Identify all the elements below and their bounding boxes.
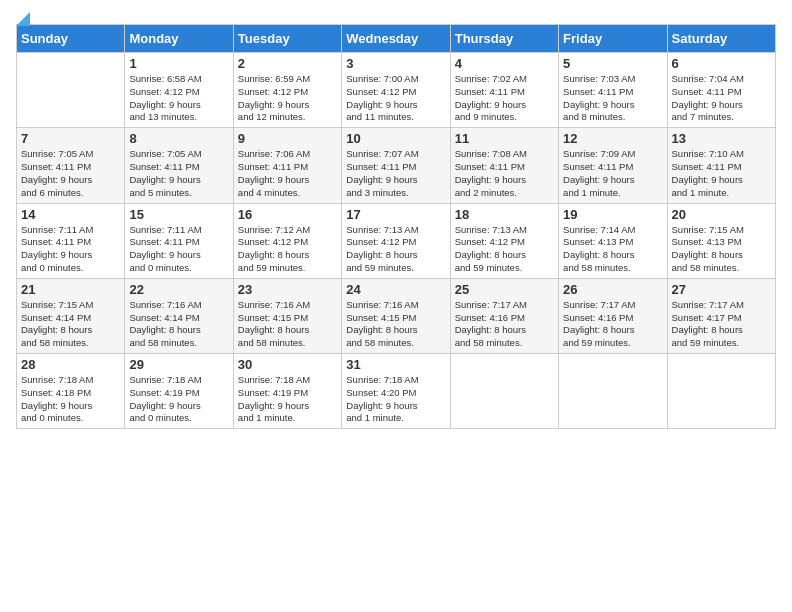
day-info: Sunrise: 7:08 AM Sunset: 4:11 PM Dayligh… [455, 148, 554, 199]
day-info: Sunrise: 7:00 AM Sunset: 4:12 PM Dayligh… [346, 73, 445, 124]
calendar-cell: 25Sunrise: 7:17 AM Sunset: 4:16 PM Dayli… [450, 278, 558, 353]
calendar-cell: 1Sunrise: 6:58 AM Sunset: 4:12 PM Daylig… [125, 53, 233, 128]
calendar-cell: 24Sunrise: 7:16 AM Sunset: 4:15 PM Dayli… [342, 278, 450, 353]
day-info: Sunrise: 6:59 AM Sunset: 4:12 PM Dayligh… [238, 73, 337, 124]
day-number: 28 [21, 357, 120, 372]
day-info: Sunrise: 7:11 AM Sunset: 4:11 PM Dayligh… [129, 224, 228, 275]
calendar-cell: 16Sunrise: 7:12 AM Sunset: 4:12 PM Dayli… [233, 203, 341, 278]
day-number: 18 [455, 207, 554, 222]
calendar-cell [559, 354, 667, 429]
calendar-cell: 17Sunrise: 7:13 AM Sunset: 4:12 PM Dayli… [342, 203, 450, 278]
calendar-cell: 13Sunrise: 7:10 AM Sunset: 4:11 PM Dayli… [667, 128, 775, 203]
day-info: Sunrise: 7:18 AM Sunset: 4:20 PM Dayligh… [346, 374, 445, 425]
day-number: 11 [455, 131, 554, 146]
day-info: Sunrise: 7:05 AM Sunset: 4:11 PM Dayligh… [129, 148, 228, 199]
svg-marker-0 [16, 12, 30, 26]
calendar-cell [667, 354, 775, 429]
calendar-cell: 19Sunrise: 7:14 AM Sunset: 4:13 PM Dayli… [559, 203, 667, 278]
calendar-cell: 18Sunrise: 7:13 AM Sunset: 4:12 PM Dayli… [450, 203, 558, 278]
day-number: 9 [238, 131, 337, 146]
day-info: Sunrise: 7:18 AM Sunset: 4:19 PM Dayligh… [238, 374, 337, 425]
week-row-4: 21Sunrise: 7:15 AM Sunset: 4:14 PM Dayli… [17, 278, 776, 353]
col-header-thursday: Thursday [450, 25, 558, 53]
calendar-cell: 21Sunrise: 7:15 AM Sunset: 4:14 PM Dayli… [17, 278, 125, 353]
calendar-cell: 4Sunrise: 7:02 AM Sunset: 4:11 PM Daylig… [450, 53, 558, 128]
week-row-1: 1Sunrise: 6:58 AM Sunset: 4:12 PM Daylig… [17, 53, 776, 128]
day-number: 5 [563, 56, 662, 71]
calendar-cell: 2Sunrise: 6:59 AM Sunset: 4:12 PM Daylig… [233, 53, 341, 128]
day-info: Sunrise: 7:12 AM Sunset: 4:12 PM Dayligh… [238, 224, 337, 275]
day-number: 22 [129, 282, 228, 297]
calendar-cell: 26Sunrise: 7:17 AM Sunset: 4:16 PM Dayli… [559, 278, 667, 353]
col-header-saturday: Saturday [667, 25, 775, 53]
day-info: Sunrise: 7:13 AM Sunset: 4:12 PM Dayligh… [455, 224, 554, 275]
calendar-cell: 27Sunrise: 7:17 AM Sunset: 4:17 PM Dayli… [667, 278, 775, 353]
day-info: Sunrise: 7:04 AM Sunset: 4:11 PM Dayligh… [672, 73, 771, 124]
calendar-cell: 20Sunrise: 7:15 AM Sunset: 4:13 PM Dayli… [667, 203, 775, 278]
calendar-cell: 15Sunrise: 7:11 AM Sunset: 4:11 PM Dayli… [125, 203, 233, 278]
day-info: Sunrise: 6:58 AM Sunset: 4:12 PM Dayligh… [129, 73, 228, 124]
calendar-cell: 3Sunrise: 7:00 AM Sunset: 4:12 PM Daylig… [342, 53, 450, 128]
day-info: Sunrise: 7:17 AM Sunset: 4:16 PM Dayligh… [455, 299, 554, 350]
day-info: Sunrise: 7:05 AM Sunset: 4:11 PM Dayligh… [21, 148, 120, 199]
day-info: Sunrise: 7:17 AM Sunset: 4:17 PM Dayligh… [672, 299, 771, 350]
calendar-cell: 8Sunrise: 7:05 AM Sunset: 4:11 PM Daylig… [125, 128, 233, 203]
col-header-friday: Friday [559, 25, 667, 53]
day-number: 24 [346, 282, 445, 297]
day-info: Sunrise: 7:03 AM Sunset: 4:11 PM Dayligh… [563, 73, 662, 124]
day-number: 2 [238, 56, 337, 71]
day-number: 1 [129, 56, 228, 71]
day-info: Sunrise: 7:14 AM Sunset: 4:13 PM Dayligh… [563, 224, 662, 275]
day-info: Sunrise: 7:02 AM Sunset: 4:11 PM Dayligh… [455, 73, 554, 124]
day-info: Sunrise: 7:13 AM Sunset: 4:12 PM Dayligh… [346, 224, 445, 275]
day-info: Sunrise: 7:16 AM Sunset: 4:14 PM Dayligh… [129, 299, 228, 350]
calendar-header-row: SundayMondayTuesdayWednesdayThursdayFrid… [17, 25, 776, 53]
day-number: 26 [563, 282, 662, 297]
day-info: Sunrise: 7:16 AM Sunset: 4:15 PM Dayligh… [238, 299, 337, 350]
day-number: 15 [129, 207, 228, 222]
day-number: 25 [455, 282, 554, 297]
calendar-table: SundayMondayTuesdayWednesdayThursdayFrid… [16, 24, 776, 429]
day-number: 21 [21, 282, 120, 297]
calendar-cell: 28Sunrise: 7:18 AM Sunset: 4:18 PM Dayli… [17, 354, 125, 429]
day-info: Sunrise: 7:15 AM Sunset: 4:13 PM Dayligh… [672, 224, 771, 275]
day-info: Sunrise: 7:18 AM Sunset: 4:19 PM Dayligh… [129, 374, 228, 425]
day-number: 13 [672, 131, 771, 146]
day-number: 14 [21, 207, 120, 222]
calendar-cell: 30Sunrise: 7:18 AM Sunset: 4:19 PM Dayli… [233, 354, 341, 429]
calendar-cell: 23Sunrise: 7:16 AM Sunset: 4:15 PM Dayli… [233, 278, 341, 353]
day-number: 10 [346, 131, 445, 146]
day-info: Sunrise: 7:11 AM Sunset: 4:11 PM Dayligh… [21, 224, 120, 275]
calendar-cell: 7Sunrise: 7:05 AM Sunset: 4:11 PM Daylig… [17, 128, 125, 203]
calendar-cell [450, 354, 558, 429]
day-number: 12 [563, 131, 662, 146]
day-info: Sunrise: 7:09 AM Sunset: 4:11 PM Dayligh… [563, 148, 662, 199]
calendar-cell: 29Sunrise: 7:18 AM Sunset: 4:19 PM Dayli… [125, 354, 233, 429]
day-number: 16 [238, 207, 337, 222]
calendar-cell: 11Sunrise: 7:08 AM Sunset: 4:11 PM Dayli… [450, 128, 558, 203]
calendar-cell: 14Sunrise: 7:11 AM Sunset: 4:11 PM Dayli… [17, 203, 125, 278]
day-number: 7 [21, 131, 120, 146]
calendar-cell: 9Sunrise: 7:06 AM Sunset: 4:11 PM Daylig… [233, 128, 341, 203]
col-header-tuesday: Tuesday [233, 25, 341, 53]
calendar-cell: 31Sunrise: 7:18 AM Sunset: 4:20 PM Dayli… [342, 354, 450, 429]
day-number: 30 [238, 357, 337, 372]
week-row-5: 28Sunrise: 7:18 AM Sunset: 4:18 PM Dayli… [17, 354, 776, 429]
week-row-3: 14Sunrise: 7:11 AM Sunset: 4:11 PM Dayli… [17, 203, 776, 278]
day-info: Sunrise: 7:06 AM Sunset: 4:11 PM Dayligh… [238, 148, 337, 199]
col-header-sunday: Sunday [17, 25, 125, 53]
calendar-cell: 22Sunrise: 7:16 AM Sunset: 4:14 PM Dayli… [125, 278, 233, 353]
calendar-cell: 12Sunrise: 7:09 AM Sunset: 4:11 PM Dayli… [559, 128, 667, 203]
day-number: 4 [455, 56, 554, 71]
day-info: Sunrise: 7:16 AM Sunset: 4:15 PM Dayligh… [346, 299, 445, 350]
day-number: 31 [346, 357, 445, 372]
week-row-2: 7Sunrise: 7:05 AM Sunset: 4:11 PM Daylig… [17, 128, 776, 203]
day-number: 17 [346, 207, 445, 222]
day-info: Sunrise: 7:10 AM Sunset: 4:11 PM Dayligh… [672, 148, 771, 199]
day-number: 8 [129, 131, 228, 146]
day-info: Sunrise: 7:17 AM Sunset: 4:16 PM Dayligh… [563, 299, 662, 350]
calendar-cell: 5Sunrise: 7:03 AM Sunset: 4:11 PM Daylig… [559, 53, 667, 128]
logo-arrow-icon [16, 12, 30, 26]
day-number: 6 [672, 56, 771, 71]
day-info: Sunrise: 7:07 AM Sunset: 4:11 PM Dayligh… [346, 148, 445, 199]
